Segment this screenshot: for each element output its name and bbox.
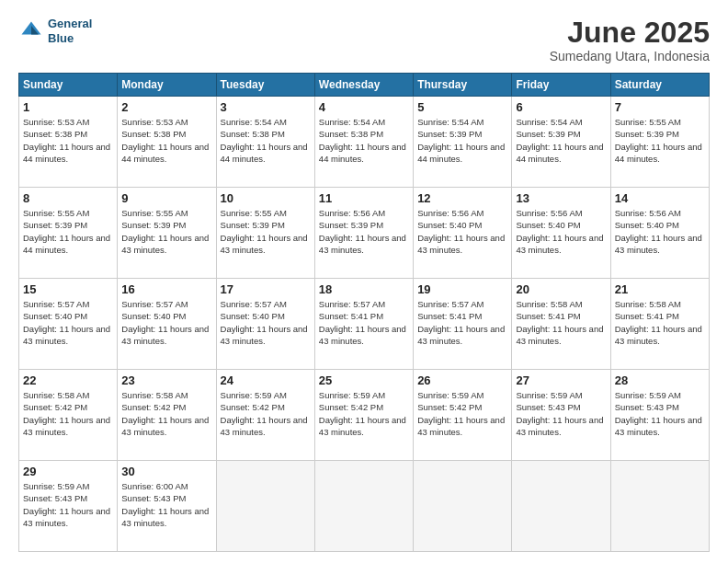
day-number: 21 — [615, 282, 705, 296]
daylight-text: Daylight: 11 hours and 43 minutes. — [221, 324, 308, 346]
sunset-text: Sunset: 5:42 PM — [319, 402, 383, 412]
daylight-text: Daylight: 11 hours and 43 minutes. — [417, 415, 505, 437]
day-number: 5 — [417, 100, 507, 114]
daylight-text: Daylight: 11 hours and 43 minutes. — [417, 233, 505, 255]
sunrise-text: Sunrise: 5:59 AM — [516, 390, 582, 400]
daylight-text: Daylight: 11 hours and 44 minutes. — [23, 233, 110, 255]
day-info: Sunrise: 5:55 AMSunset: 5:39 PMDaylight:… — [121, 207, 211, 256]
weekday-wednesday: Wednesday — [314, 74, 413, 97]
weekday-monday: Monday — [118, 74, 216, 97]
sunrise-text: Sunrise: 5:55 AM — [221, 208, 287, 218]
day-number: 15 — [23, 282, 113, 296]
sunset-text: Sunset: 5:40 PM — [615, 220, 679, 230]
sunrise-text: Sunrise: 5:57 AM — [23, 299, 89, 309]
sunset-text: Sunset: 5:39 PM — [121, 220, 186, 230]
sunset-text: Sunset: 5:38 PM — [221, 129, 285, 139]
sunrise-text: Sunrise: 5:59 AM — [221, 390, 287, 400]
day-number: 28 — [615, 373, 705, 387]
day-number: 16 — [121, 282, 211, 296]
sunrise-text: Sunrise: 5:54 AM — [221, 117, 287, 127]
location-subtitle: Sumedang Utara, Indonesia — [550, 49, 710, 63]
sunrise-text: Sunrise: 5:59 AM — [615, 390, 681, 400]
sunrise-text: Sunrise: 5:56 AM — [319, 208, 385, 218]
sunset-text: Sunset: 5:42 PM — [121, 402, 186, 412]
sunrise-text: Sunrise: 5:56 AM — [516, 208, 582, 218]
sunset-text: Sunset: 5:39 PM — [319, 220, 383, 230]
day-info: Sunrise: 5:57 AMSunset: 5:41 PMDaylight:… — [319, 298, 409, 347]
daylight-text: Daylight: 11 hours and 43 minutes. — [121, 506, 209, 528]
sunrise-text: Sunrise: 5:57 AM — [221, 299, 287, 309]
weekday-friday: Friday — [512, 74, 610, 97]
day-info: Sunrise: 5:58 AMSunset: 5:41 PMDaylight:… — [516, 298, 606, 347]
sunrise-text: Sunrise: 5:55 AM — [615, 117, 681, 127]
calendar-cell: 23Sunrise: 5:58 AMSunset: 5:42 PMDayligh… — [118, 370, 216, 461]
calendar-cell: 22Sunrise: 5:58 AMSunset: 5:42 PMDayligh… — [19, 370, 118, 461]
daylight-text: Daylight: 11 hours and 43 minutes. — [319, 324, 406, 346]
day-info: Sunrise: 5:54 AMSunset: 5:38 PMDaylight:… — [319, 116, 409, 165]
calendar: SundayMondayTuesdayWednesdayThursdayFrid… — [18, 73, 710, 552]
sunset-text: Sunset: 5:40 PM — [417, 220, 482, 230]
day-info: Sunrise: 5:56 AMSunset: 5:40 PMDaylight:… — [516, 207, 606, 256]
sunset-text: Sunset: 5:39 PM — [417, 129, 482, 139]
calendar-cell: 9Sunrise: 5:55 AMSunset: 5:39 PMDaylight… — [118, 188, 216, 279]
day-number: 26 — [417, 373, 507, 387]
sunset-text: Sunset: 5:40 PM — [23, 311, 87, 321]
sunrise-text: Sunrise: 5:56 AM — [417, 208, 483, 218]
sunset-text: Sunset: 5:42 PM — [23, 402, 87, 412]
day-info: Sunrise: 5:59 AMSunset: 5:43 PMDaylight:… — [516, 389, 606, 438]
sunrise-text: Sunrise: 5:54 AM — [417, 117, 483, 127]
sunset-text: Sunset: 5:43 PM — [23, 493, 87, 503]
daylight-text: Daylight: 11 hours and 44 minutes. — [121, 142, 209, 164]
sunrise-text: Sunrise: 5:57 AM — [319, 299, 385, 309]
calendar-cell: 1Sunrise: 5:53 AMSunset: 5:38 PMDaylight… — [19, 97, 118, 188]
daylight-text: Daylight: 11 hours and 43 minutes. — [221, 233, 308, 255]
sunrise-text: Sunrise: 5:57 AM — [417, 299, 483, 309]
day-number: 10 — [221, 191, 311, 205]
calendar-cell: 25Sunrise: 5:59 AMSunset: 5:42 PMDayligh… — [314, 370, 413, 461]
day-number: 14 — [615, 191, 705, 205]
day-number: 1 — [23, 100, 113, 114]
sunrise-text: Sunrise: 5:54 AM — [319, 117, 385, 127]
sunset-text: Sunset: 5:43 PM — [615, 402, 679, 412]
day-number: 12 — [417, 191, 507, 205]
day-number: 30 — [121, 465, 211, 478]
weekday-header-row: SundayMondayTuesdayWednesdayThursdayFrid… — [19, 74, 710, 97]
day-info: Sunrise: 5:57 AMSunset: 5:40 PMDaylight:… — [23, 298, 113, 347]
week-row-4: 22Sunrise: 5:58 AMSunset: 5:42 PMDayligh… — [19, 370, 710, 461]
calendar-cell: 13Sunrise: 5:56 AMSunset: 5:40 PMDayligh… — [512, 188, 610, 279]
calendar-cell: 17Sunrise: 5:57 AMSunset: 5:40 PMDayligh… — [216, 279, 314, 370]
sunrise-text: Sunrise: 5:58 AM — [23, 390, 89, 400]
day-number: 9 — [121, 191, 211, 205]
calendar-cell: 26Sunrise: 5:59 AMSunset: 5:42 PMDayligh… — [414, 370, 512, 461]
calendar-cell — [314, 461, 413, 552]
sunset-text: Sunset: 5:39 PM — [221, 220, 285, 230]
sunset-text: Sunset: 5:39 PM — [23, 220, 87, 230]
calendar-cell: 27Sunrise: 5:59 AMSunset: 5:43 PMDayligh… — [512, 370, 610, 461]
day-info: Sunrise: 5:59 AMSunset: 5:42 PMDaylight:… — [221, 389, 311, 438]
daylight-text: Daylight: 11 hours and 43 minutes. — [23, 415, 110, 437]
day-number: 24 — [221, 373, 311, 387]
calendar-cell: 21Sunrise: 5:58 AMSunset: 5:41 PMDayligh… — [610, 279, 709, 370]
daylight-text: Daylight: 11 hours and 43 minutes. — [319, 233, 406, 255]
day-info: Sunrise: 5:56 AMSunset: 5:40 PMDaylight:… — [615, 207, 705, 256]
calendar-cell: 8Sunrise: 5:55 AMSunset: 5:39 PMDaylight… — [19, 188, 118, 279]
calendar-cell — [610, 461, 709, 552]
calendar-cell — [512, 461, 610, 552]
daylight-text: Daylight: 11 hours and 43 minutes. — [516, 324, 603, 346]
day-info: Sunrise: 5:58 AMSunset: 5:41 PMDaylight:… — [615, 298, 705, 347]
calendar-cell: 4Sunrise: 5:54 AMSunset: 5:38 PMDaylight… — [314, 97, 413, 188]
calendar-body: 1Sunrise: 5:53 AMSunset: 5:38 PMDaylight… — [19, 97, 710, 552]
calendar-cell: 2Sunrise: 5:53 AMSunset: 5:38 PMDaylight… — [118, 97, 216, 188]
calendar-cell: 24Sunrise: 5:59 AMSunset: 5:42 PMDayligh… — [216, 370, 314, 461]
daylight-text: Daylight: 11 hours and 43 minutes. — [417, 324, 505, 346]
day-number: 18 — [319, 282, 409, 296]
calendar-cell: 5Sunrise: 5:54 AMSunset: 5:39 PMDaylight… — [414, 97, 512, 188]
day-info: Sunrise: 5:59 AMSunset: 5:43 PMDaylight:… — [23, 480, 113, 529]
daylight-text: Daylight: 11 hours and 43 minutes. — [121, 324, 209, 346]
day-number: 2 — [121, 100, 211, 114]
sunset-text: Sunset: 5:38 PM — [121, 129, 186, 139]
sunrise-text: Sunrise: 5:58 AM — [516, 299, 582, 309]
daylight-text: Daylight: 11 hours and 43 minutes. — [121, 233, 209, 255]
sunset-text: Sunset: 5:42 PM — [221, 402, 285, 412]
daylight-text: Daylight: 11 hours and 43 minutes. — [221, 415, 308, 437]
